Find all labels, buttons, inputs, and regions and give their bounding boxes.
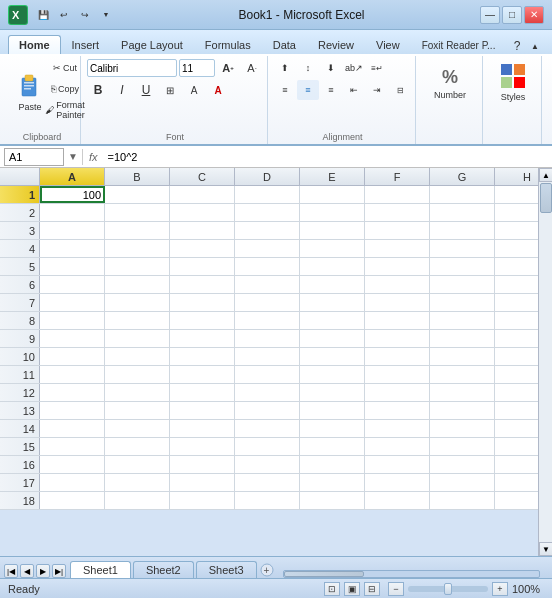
cell-A11[interactable] <box>40 366 105 383</box>
cell-C9[interactable] <box>170 330 235 347</box>
row-header-18[interactable]: 18 <box>0 492 40 509</box>
cell-H1[interactable] <box>495 186 538 203</box>
cell-F5[interactable] <box>365 258 430 275</box>
cell-G16[interactable] <box>430 456 495 473</box>
col-header-d[interactable]: D <box>235 168 300 185</box>
tab-home[interactable]: Home <box>8 35 61 54</box>
italic-btn[interactable]: I <box>111 80 133 100</box>
sheet-first-btn[interactable]: |◀ <box>4 564 18 578</box>
cell-G15[interactable] <box>430 438 495 455</box>
orient-btn[interactable]: ab↗ <box>343 58 365 78</box>
cell-D4[interactable] <box>235 240 300 257</box>
fill-color-btn[interactable]: A <box>183 80 205 100</box>
cell-B6[interactable] <box>105 276 170 293</box>
cell-B3[interactable] <box>105 222 170 239</box>
cell-D6[interactable] <box>235 276 300 293</box>
zoom-out-btn[interactable]: − <box>388 582 404 596</box>
cell-E3[interactable] <box>300 222 365 239</box>
merge-cells-btn[interactable]: ⊟ <box>389 80 411 100</box>
cell-F7[interactable] <box>365 294 430 311</box>
cell-D3[interactable] <box>235 222 300 239</box>
cell-G9[interactable] <box>430 330 495 347</box>
zoom-slider[interactable] <box>408 586 488 592</box>
cell-B15[interactable] <box>105 438 170 455</box>
cell-F16[interactable] <box>365 456 430 473</box>
cells-btn[interactable]: ▦ Cells <box>548 58 552 108</box>
row-header-12[interactable]: 12 <box>0 384 40 401</box>
sheet-next-btn[interactable]: ▶ <box>36 564 50 578</box>
cell-B1[interactable] <box>105 186 170 203</box>
align-left-btn[interactable]: ≡ <box>274 80 296 100</box>
cell-H12[interactable] <box>495 384 538 401</box>
col-header-b[interactable]: B <box>105 168 170 185</box>
row-header-10[interactable]: 10 <box>0 348 40 365</box>
cell-E10[interactable] <box>300 348 365 365</box>
cell-A7[interactable] <box>40 294 105 311</box>
zoom-in-btn[interactable]: + <box>492 582 508 596</box>
cell-B13[interactable] <box>105 402 170 419</box>
cell-B12[interactable] <box>105 384 170 401</box>
cell-E5[interactable] <box>300 258 365 275</box>
row-header-6[interactable]: 6 <box>0 276 40 293</box>
tab-data[interactable]: Data <box>262 35 307 54</box>
cell-A1[interactable]: 100 <box>40 186 105 203</box>
cell-H16[interactable] <box>495 456 538 473</box>
formula-input[interactable] <box>103 148 548 166</box>
cell-F17[interactable] <box>365 474 430 491</box>
row-header-1[interactable]: 1 <box>0 186 40 203</box>
align-top-btn[interactable]: ⬆ <box>274 58 296 78</box>
cut-btn[interactable]: ✂ Cut <box>54 58 76 78</box>
bold-btn[interactable]: B <box>87 80 109 100</box>
cell-D12[interactable] <box>235 384 300 401</box>
cell-G11[interactable] <box>430 366 495 383</box>
cell-B9[interactable] <box>105 330 170 347</box>
cell-G2[interactable] <box>430 204 495 221</box>
align-middle-btn[interactable]: ↕ <box>297 58 319 78</box>
cell-G12[interactable] <box>430 384 495 401</box>
cell-E9[interactable] <box>300 330 365 347</box>
cell-B18[interactable] <box>105 492 170 509</box>
sheet-prev-btn[interactable]: ◀ <box>20 564 34 578</box>
cell-C4[interactable] <box>170 240 235 257</box>
cell-A15[interactable] <box>40 438 105 455</box>
increase-font-btn[interactable]: A+ <box>217 58 239 78</box>
cell-B2[interactable] <box>105 204 170 221</box>
cell-H4[interactable] <box>495 240 538 257</box>
format-painter-btn[interactable]: 🖌 Format Painter <box>54 100 76 120</box>
align-bottom-btn[interactable]: ⬇ <box>320 58 342 78</box>
add-sheet-btn[interactable]: + <box>259 562 275 578</box>
cell-F1[interactable] <box>365 186 430 203</box>
cell-A16[interactable] <box>40 456 105 473</box>
cell-D15[interactable] <box>235 438 300 455</box>
cell-E7[interactable] <box>300 294 365 311</box>
page-layout-view-btn[interactable]: ▣ <box>344 582 360 596</box>
cell-B16[interactable] <box>105 456 170 473</box>
maximize-btn[interactable]: □ <box>502 6 522 24</box>
border-btn[interactable]: ⊞ <box>159 80 181 100</box>
scroll-down-btn[interactable]: ▼ <box>539 542 552 556</box>
cell-H6[interactable] <box>495 276 538 293</box>
cell-G6[interactable] <box>430 276 495 293</box>
cell-G1[interactable] <box>430 186 495 203</box>
undo-quick-btn[interactable]: ↩ <box>55 7 73 23</box>
cell-C1[interactable] <box>170 186 235 203</box>
cell-C5[interactable] <box>170 258 235 275</box>
cell-E2[interactable] <box>300 204 365 221</box>
copy-btn[interactable]: ⎘ Copy <box>54 79 76 99</box>
align-right-btn[interactable]: ≡ <box>320 80 342 100</box>
decrease-font-btn[interactable]: A- <box>241 58 263 78</box>
row-header-16[interactable]: 16 <box>0 456 40 473</box>
cell-H14[interactable] <box>495 420 538 437</box>
cell-B4[interactable] <box>105 240 170 257</box>
styles-btn[interactable]: Styles <box>489 58 537 108</box>
cell-F15[interactable] <box>365 438 430 455</box>
cell-H17[interactable] <box>495 474 538 491</box>
col-header-e[interactable]: E <box>300 168 365 185</box>
cell-A4[interactable] <box>40 240 105 257</box>
cell-F12[interactable] <box>365 384 430 401</box>
cell-H15[interactable] <box>495 438 538 455</box>
cell-D5[interactable] <box>235 258 300 275</box>
cell-D9[interactable] <box>235 330 300 347</box>
page-break-view-btn[interactable]: ⊟ <box>364 582 380 596</box>
redo-quick-btn[interactable]: ↪ <box>76 7 94 23</box>
